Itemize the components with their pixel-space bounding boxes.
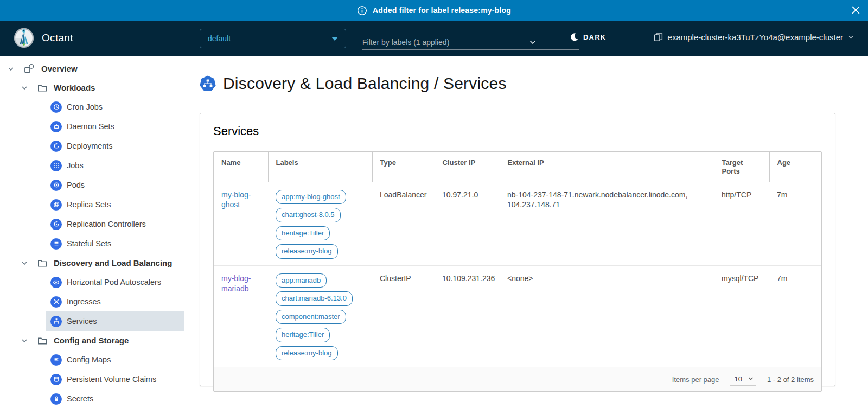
horizontal-pod-autoscalers-icon <box>50 277 62 288</box>
services-card: Services Name Labels Type Cluster IP Ext… <box>200 113 835 386</box>
table-header-row: Name Labels Type Cluster IP External IP … <box>214 152 821 182</box>
services-datagrid: Name Labels Type Cluster IP External IP … <box>213 151 822 392</box>
cell-target-ports: http/TCP <box>714 182 769 265</box>
service-name-link[interactable]: my-blog-ghost <box>221 190 251 209</box>
column-header-cluster-ip[interactable]: Cluster IP <box>435 152 500 182</box>
objects-icon <box>24 63 35 74</box>
main-content: Discovery & Load Balancing / Services Se… <box>185 56 868 408</box>
sidebar-item-horizontal-pod-autoscalers[interactable]: Horizontal Pod Autoscalers <box>46 272 184 292</box>
page-title: Discovery & Load Balancing / Services <box>223 74 507 93</box>
cell-target-ports: mysql/TCP <box>714 265 769 367</box>
items-per-page-label: Items per page <box>672 375 719 384</box>
sidebar-item-replica-sets[interactable]: Replica Sets <box>46 195 184 214</box>
sidebar-item-cron-jobs[interactable]: Cron Jobs <box>46 97 184 117</box>
daemon-sets-icon <box>50 121 62 132</box>
sidebar-item-daemon-sets[interactable]: Daemon Sets <box>46 117 184 136</box>
label-pill[interactable]: app:my-blog-ghost <box>276 190 346 205</box>
sidebar-group-discovery-and-load-balancing[interactable]: Discovery and Load Balancing <box>0 253 184 272</box>
label-pills: app:my-blog-ghost chart:ghost-8.0.5 heri… <box>276 190 366 259</box>
table-row: my-blog-ghost app:my-blog-ghost chart:gh… <box>214 182 821 265</box>
cell-cluster-ip: 10.97.21.0 <box>435 182 500 265</box>
cluster-context-value: example-cluster-ka3TuTzYo4a@example-clus… <box>668 33 843 42</box>
notification-message: Added filter for label release:my-blog <box>373 6 511 15</box>
label-pill[interactable]: component:master <box>276 310 346 324</box>
sidebar-item-overview[interactable]: Overview <box>0 59 184 78</box>
replication-controllers-icon <box>50 219 62 230</box>
chevron-down-icon[interactable] <box>21 84 28 92</box>
sidebar-item-secrets[interactable]: Secrets <box>46 389 184 408</box>
page-size-value: 10 <box>735 375 742 383</box>
namespace-select[interactable]: default <box>200 29 346 48</box>
cluster-context-select[interactable]: example-cluster-ka3TuTzYo4a@example-clus… <box>654 33 854 42</box>
column-header-external-ip[interactable]: External IP <box>500 152 714 182</box>
octant-logo-icon <box>13 27 35 49</box>
sidebar: Overview Workloads Cron Jobs Daemon Sets… <box>0 56 184 408</box>
column-header-target-ports[interactable]: Target Ports <box>714 152 769 182</box>
label-filter-text: Filter by labels (1 applied) <box>362 38 528 47</box>
sidebar-item-replication-controllers[interactable]: Replication Controllers <box>46 214 184 234</box>
chevron-down-icon[interactable] <box>21 337 28 345</box>
label-pill[interactable]: release:my-blog <box>276 244 338 259</box>
column-header-labels[interactable]: Labels <box>268 152 372 182</box>
ingresses-icon <box>50 296 62 308</box>
folder-icon <box>37 336 47 345</box>
chevron-down-icon[interactable] <box>7 65 15 73</box>
chevron-down-icon <box>848 34 854 40</box>
app-header: Octant default Filter by labels (1 appli… <box>0 21 868 56</box>
chevron-down-icon[interactable] <box>21 259 28 267</box>
namespace-value: default <box>208 34 331 43</box>
sidebar-item-services[interactable]: Services <box>46 311 184 331</box>
sidebar-group-workloads[interactable]: Workloads <box>0 78 184 97</box>
sidebar-item-jobs[interactable]: Jobs <box>46 156 184 175</box>
sidebar-item-persistent-volume-claims[interactable]: Persistent Volume Claims <box>46 369 184 389</box>
column-header-name[interactable]: Name <box>214 152 268 182</box>
app-title: Octant <box>42 32 73 44</box>
label-pill[interactable]: heritage:Tiller <box>276 328 330 342</box>
stateful-sets-icon <box>50 238 62 250</box>
pagination-range: 1 - 2 of 2 items <box>767 375 814 384</box>
chevron-down-icon <box>331 37 338 41</box>
theme-toggle[interactable]: DARK <box>570 33 606 42</box>
folder-icon <box>37 84 47 92</box>
persistent-volume-claims-icon <box>50 374 62 385</box>
cell-external-ip: nb-104-237-148-71.newark.nodebalancer.li… <box>500 182 714 265</box>
folder-icon <box>37 259 47 267</box>
service-name-link[interactable]: my-blog-mariadb <box>221 274 251 293</box>
cell-age: 7m <box>769 265 821 367</box>
deployments-icon <box>50 141 62 152</box>
label-pill[interactable]: chart:mariadb-6.13.0 <box>276 291 353 306</box>
services-table: Name Labels Type Cluster IP External IP … <box>214 152 821 367</box>
sidebar-group-config-and-storage[interactable]: Config and Storage <box>0 331 184 350</box>
column-header-age[interactable]: Age <box>769 152 821 182</box>
theme-label: DARK <box>583 33 606 41</box>
jobs-icon <box>50 160 62 171</box>
label-pills: app:mariadb chart:mariadb-6.13.0 compone… <box>276 273 366 361</box>
page-title-row: Discovery & Load Balancing / Services <box>200 74 507 93</box>
info-icon <box>357 5 367 16</box>
cell-type: LoadBalancer <box>372 182 435 265</box>
label-pill[interactable]: chart:ghost-8.0.5 <box>276 208 341 222</box>
chevron-down-icon <box>748 375 754 382</box>
sidebar-item-config-maps[interactable]: Config Maps <box>46 350 184 369</box>
sidebar-item-pods[interactable]: Pods <box>46 175 184 195</box>
notification-bar: Added filter for label release:my-blog <box>0 0 868 21</box>
config-maps-icon <box>50 354 62 366</box>
label-pill[interactable]: heritage:Tiller <box>276 226 330 241</box>
label-filter-select[interactable]: Filter by labels (1 applied) <box>362 35 579 50</box>
label-pill[interactable]: release:my-blog <box>276 346 338 361</box>
sidebar-item-stateful-sets[interactable]: Stateful Sets <box>46 234 184 253</box>
cell-external-ip: <none> <box>500 265 714 367</box>
datagrid-footer: Items per page 10 1 - 2 of 2 items <box>214 367 821 391</box>
card-title: Services <box>213 124 822 138</box>
sidebar-item-deployments[interactable]: Deployments <box>46 136 184 156</box>
label-pill[interactable]: app:mariadb <box>276 273 327 288</box>
close-icon[interactable] <box>851 5 861 17</box>
services-icon <box>50 316 62 327</box>
brand: Octant <box>13 27 73 49</box>
column-header-type[interactable]: Type <box>372 152 435 182</box>
sidebar-item-ingresses[interactable]: Ingresses <box>46 292 184 311</box>
cron-jobs-icon <box>50 101 62 113</box>
chevron-down-icon <box>528 38 537 47</box>
secrets-icon <box>50 393 62 405</box>
page-size-select[interactable]: 10 <box>730 373 756 386</box>
